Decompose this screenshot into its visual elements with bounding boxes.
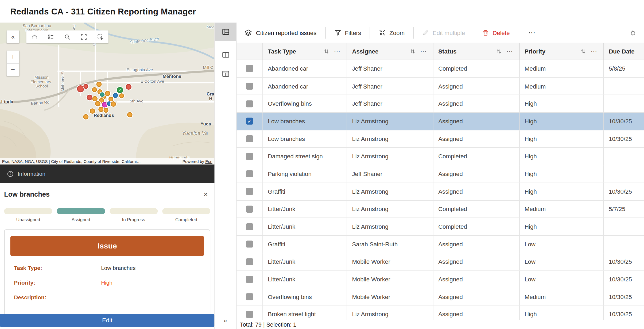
- column-menu-icon[interactable]: ⋯: [420, 48, 426, 55]
- table-row[interactable]: Litter/JunkMobile WorkerAssignedLow10/30…: [236, 271, 644, 288]
- cell-task: Abandoned car: [263, 78, 347, 95]
- map-marker-green[interactable]: ✓: [117, 87, 123, 93]
- map-marker-amber[interactable]: [108, 97, 113, 101]
- cell-due: [604, 165, 644, 182]
- status-step-completed[interactable]: Completed: [162, 208, 210, 222]
- map-marker-amber[interactable]: [95, 101, 100, 106]
- table-view-button[interactable]: [215, 23, 236, 41]
- legend-button[interactable]: [43, 30, 59, 43]
- table-row[interactable]: Damaged street signLiz ArmstrongComplete…: [236, 148, 644, 166]
- collapse-panel-icon[interactable]: «: [224, 317, 227, 324]
- map-marker-amber[interactable]: [83, 114, 88, 120]
- column-menu-icon[interactable]: ⋯: [506, 48, 513, 55]
- field-label: Description:: [14, 294, 101, 301]
- settings-gear-button[interactable]: [629, 29, 644, 36]
- map-marker-amber[interactable]: [105, 91, 110, 96]
- sort-icon[interactable]: [410, 49, 415, 54]
- home-button[interactable]: [26, 30, 42, 43]
- status-step-unassigned[interactable]: Unassigned: [4, 208, 52, 222]
- map-marker-amber[interactable]: [103, 108, 108, 113]
- cell-task: Abandoned car: [263, 60, 347, 77]
- column-header-priority[interactable]: Priority⋯: [520, 43, 604, 60]
- column-header-task-type[interactable]: Task Type⋯: [263, 43, 347, 60]
- column-header-due-date[interactable]: Due Date: [604, 43, 644, 60]
- column-header-assignee[interactable]: Assignee⋯: [347, 43, 433, 60]
- map-marker-red[interactable]: [83, 84, 88, 89]
- map-marker-teal[interactable]: [100, 92, 104, 97]
- table-row[interactable]: Abandoned carJeff ShanerAssignedMedium: [236, 78, 644, 95]
- zoom-to-button[interactable]: Zoom: [370, 23, 413, 43]
- column-menu-icon[interactable]: ⋯: [591, 48, 597, 55]
- table-row[interactable]: Overflowing binsJeff ShanerAssignedHigh: [236, 95, 644, 113]
- table-row[interactable]: Litter/JunkMobile WorkerAssignedLow10/30…: [236, 253, 644, 271]
- row-checkbox[interactable]: [246, 311, 253, 318]
- sort-icon[interactable]: [496, 49, 501, 54]
- map-marker-amber[interactable]: [98, 107, 104, 112]
- map[interactable]: San BernardinoInternationalFwSanta Ana R…: [0, 23, 214, 164]
- map-marker-magenta[interactable]: [102, 102, 108, 108]
- map-marker-blue[interactable]: [113, 93, 118, 98]
- feature-detail-panel: Low branches × UnassignedAssignedIn Prog…: [0, 183, 214, 329]
- info-icon: [7, 170, 14, 177]
- row-checkbox[interactable]: [246, 241, 253, 248]
- map-marker-amber[interactable]: [92, 87, 97, 92]
- map-marker-amber[interactable]: [119, 93, 124, 98]
- zoom-in-button[interactable]: +: [7, 51, 20, 63]
- row-checkbox[interactable]: [246, 153, 253, 160]
- row-checkbox[interactable]: [246, 188, 253, 195]
- column-menu-icon[interactable]: ⋯: [334, 48, 340, 55]
- row-checkbox[interactable]: ✓: [246, 118, 253, 125]
- cell-assignee: Mobile Worker: [347, 288, 433, 305]
- map-marker-amber[interactable]: [127, 112, 133, 117]
- map-marker-amber[interactable]: [96, 82, 102, 87]
- row-checkbox[interactable]: [246, 223, 253, 230]
- row-checkbox[interactable]: [246, 100, 253, 107]
- table-row[interactable]: Parking violationJeff ShanerAssignedHigh: [236, 165, 644, 183]
- row-checkbox[interactable]: [246, 276, 253, 283]
- table-row[interactable]: Litter/JunkLiz ArmstrongCompletedHigh: [236, 218, 644, 236]
- table-row[interactable]: GraffitiLiz ArmstrongAssignedHigh10/30/2…: [236, 183, 644, 201]
- row-checkbox[interactable]: [246, 65, 253, 72]
- chart-view-button[interactable]: [215, 68, 236, 79]
- row-checkbox[interactable]: [246, 258, 253, 265]
- map-collapse-button[interactable]: «: [7, 30, 20, 43]
- delete-button[interactable]: Delete: [474, 23, 518, 43]
- table-row[interactable]: GraffitiSarah Saint-RuthAssignedLow: [236, 236, 644, 253]
- filters-button[interactable]: Filters: [325, 23, 370, 43]
- extent-button[interactable]: [76, 30, 92, 43]
- row-checkbox[interactable]: [246, 170, 253, 177]
- esri-link[interactable]: Esri: [205, 159, 212, 163]
- sort-icon[interactable]: [324, 49, 329, 54]
- status-step-assigned[interactable]: Assigned: [57, 208, 105, 222]
- toolbar-more-button[interactable]: ⋯: [518, 23, 545, 43]
- row-checkbox[interactable]: [246, 206, 253, 213]
- table-row[interactable]: Overflowing binsMobile WorkerAssignedMed…: [236, 288, 644, 306]
- row-checkbox[interactable]: [246, 135, 253, 142]
- column-header-status[interactable]: Status⋯: [433, 43, 520, 60]
- sort-icon[interactable]: [581, 49, 585, 54]
- zoom-out-button[interactable]: −: [7, 63, 20, 76]
- checkbox-cell: [236, 95, 263, 112]
- information-header[interactable]: Information: [0, 164, 214, 183]
- map-marker-amber[interactable]: [111, 101, 116, 107]
- table-row[interactable]: Abandoned carJeff ShanerCompletedMedium5…: [236, 60, 644, 78]
- split-view-button[interactable]: [215, 49, 236, 60]
- table-row[interactable]: Low branchesLiz ArmstrongAssignedHigh10/…: [236, 130, 644, 148]
- cell-status: Assigned: [433, 236, 520, 253]
- map-marker-red[interactable]: [126, 84, 131, 90]
- row-checkbox[interactable]: [246, 83, 253, 90]
- capture-button[interactable]: [92, 30, 108, 43]
- close-icon[interactable]: ×: [204, 191, 208, 198]
- map-marker-red[interactable]: [77, 85, 84, 92]
- map-marker-amber[interactable]: [90, 108, 95, 114]
- map-marker-amber[interactable]: [92, 96, 98, 101]
- edit-button[interactable]: Edit: [0, 314, 214, 327]
- table-row[interactable]: Litter/JunkLiz ArmstrongCompletedMedium5…: [236, 201, 644, 218]
- map-marker-red[interactable]: [87, 95, 92, 101]
- status-step-in-progress[interactable]: In Progress: [110, 208, 158, 222]
- table-row[interactable]: ✓Low branchesLiz ArmstrongAssignedHigh10…: [236, 113, 644, 130]
- row-checkbox[interactable]: [246, 293, 253, 300]
- search-button[interactable]: [59, 30, 75, 43]
- table-row[interactable]: Broken street lightLiz ArmstrongAssigned…: [236, 306, 644, 320]
- layer-tab[interactable]: Citizen reported issues: [245, 23, 325, 43]
